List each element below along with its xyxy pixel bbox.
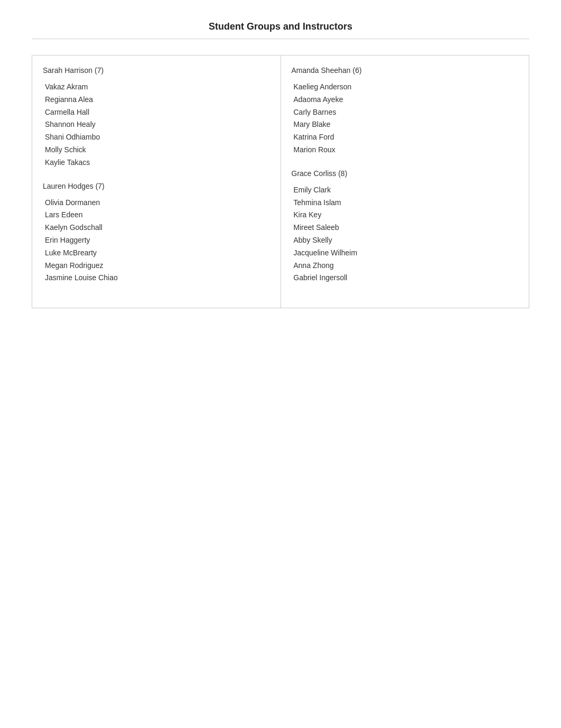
instructor-name: Sarah Harrison (7) [43, 66, 270, 75]
instructor-name: Amanda Sheehan (6) [292, 66, 519, 75]
list-item: Katrina Ford [294, 131, 519, 144]
list-item: Mary Blake [294, 118, 519, 131]
list-item: Shannon Healy [45, 118, 270, 131]
list-item: Adaoma Ayeke [294, 94, 519, 106]
instructor-name: Lauren Hodges (7) [43, 182, 270, 190]
list-item: Luke McBrearty [45, 247, 270, 260]
list-item: Regianna Alea [45, 94, 270, 106]
list-item: Gabriel Ingersoll [294, 272, 519, 284]
list-item: Erin Haggerty [45, 234, 270, 247]
list-item: Kaelieg Anderson [294, 81, 519, 94]
list-item: Kaelyn Godschall [45, 222, 270, 234]
list-item: Emily Clark [294, 184, 519, 197]
students-list: Emily ClarkTehmina IslamKira KeyMireet S… [292, 184, 519, 284]
list-item: Molly Schick [45, 144, 270, 156]
list-item: Tehmina Islam [294, 197, 519, 209]
right-column: Amanda Sheehan (6)Kaelieg AndersonAdaoma… [280, 55, 530, 308]
group-section: Sarah Harrison (7)Vakaz AkramRegianna Al… [43, 66, 270, 169]
list-item: Megan Rodriguez [45, 260, 270, 272]
students-list: Kaelieg AndersonAdaoma AyekeCarly Barnes… [292, 81, 519, 156]
list-item: Kira Key [294, 209, 519, 222]
list-item: Shani Odhiambo [45, 131, 270, 144]
groups-container: Sarah Harrison (7)Vakaz AkramRegianna Al… [32, 55, 529, 308]
list-item: Vakaz Akram [45, 81, 270, 94]
list-item: Marion Roux [294, 144, 519, 156]
list-item: Lars Edeen [45, 209, 270, 222]
instructor-name: Grace Corliss (8) [292, 169, 519, 178]
students-list: Vakaz AkramRegianna AleaCarmella HallSha… [43, 81, 270, 169]
group-section: Grace Corliss (8)Emily ClarkTehmina Isla… [292, 169, 519, 284]
list-item: Jacqueline Wilheim [294, 247, 519, 260]
group-section: Lauren Hodges (7)Olivia DormanenLars Ede… [43, 182, 270, 285]
list-item: Olivia Dormanen [45, 197, 270, 209]
left-column: Sarah Harrison (7)Vakaz AkramRegianna Al… [32, 55, 280, 308]
list-item: Anna Zhong [294, 260, 519, 272]
list-item: Mireet Saleeb [294, 222, 519, 234]
students-list: Olivia DormanenLars EdeenKaelyn Godschal… [43, 197, 270, 285]
page-title: Student Groups and Instructors [32, 21, 529, 32]
list-item: Carly Barnes [294, 106, 519, 119]
group-section: Amanda Sheehan (6)Kaelieg AndersonAdaoma… [292, 66, 519, 156]
list-item: Carmella Hall [45, 106, 270, 119]
page-title-container: Student Groups and Instructors [32, 21, 529, 39]
list-item: Abby Skelly [294, 234, 519, 247]
list-item: Kaylie Takacs [45, 156, 270, 169]
list-item: Jasmine Louise Chiao [45, 272, 270, 284]
